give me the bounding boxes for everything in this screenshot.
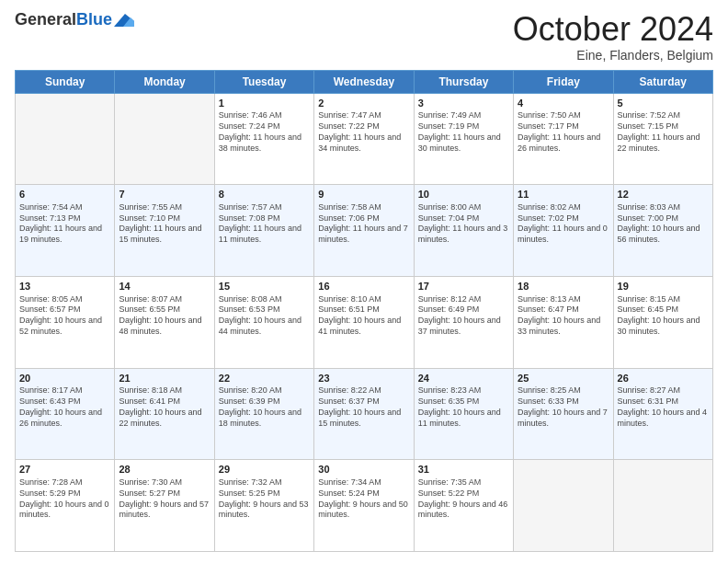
calendar-cell: 4Sunrise: 7:50 AM Sunset: 7:17 PM Daylig…: [514, 93, 613, 185]
logo-icon: [114, 14, 134, 29]
day-info: Sunrise: 8:18 AM Sunset: 6:41 PM Dayligh…: [119, 385, 210, 429]
calendar-cell: 22Sunrise: 8:20 AM Sunset: 6:39 PM Dayli…: [214, 368, 313, 460]
title-area: October 2024 Eine, Flanders, Belgium: [513, 11, 713, 63]
day-info: Sunrise: 7:32 AM Sunset: 5:25 PM Dayligh…: [219, 477, 310, 521]
day-info: Sunrise: 8:27 AM Sunset: 6:31 PM Dayligh…: [618, 385, 709, 429]
logo-blue-text: Blue: [76, 10, 112, 29]
location: Eine, Flanders, Belgium: [513, 48, 713, 63]
day-info: Sunrise: 8:05 AM Sunset: 6:57 PM Dayligh…: [19, 294, 110, 338]
logo: GeneralBlue: [15, 11, 134, 29]
day-info: Sunrise: 7:55 AM Sunset: 7:10 PM Dayligh…: [119, 202, 210, 246]
day-number: 18: [518, 280, 609, 293]
weekday-header-tuesday: Tuesday: [214, 70, 313, 93]
weekday-header-saturday: Saturday: [613, 70, 712, 93]
calendar-cell: 8Sunrise: 7:57 AM Sunset: 7:08 PM Daylig…: [214, 185, 313, 277]
calendar-cell: 13Sunrise: 8:05 AM Sunset: 6:57 PM Dayli…: [16, 276, 115, 368]
day-info: Sunrise: 7:50 AM Sunset: 7:17 PM Dayligh…: [518, 110, 609, 154]
day-info: Sunrise: 8:00 AM Sunset: 7:04 PM Dayligh…: [418, 202, 509, 246]
day-number: 12: [618, 188, 709, 201]
day-info: Sunrise: 8:12 AM Sunset: 6:49 PM Dayligh…: [418, 294, 509, 338]
day-info: Sunrise: 8:23 AM Sunset: 6:35 PM Dayligh…: [418, 385, 509, 429]
day-number: 26: [618, 372, 709, 385]
calendar-cell: 20Sunrise: 8:17 AM Sunset: 6:43 PM Dayli…: [16, 368, 115, 460]
calendar-cell: [16, 93, 115, 185]
day-number: 16: [318, 280, 409, 293]
calendar-cell: 28Sunrise: 7:30 AM Sunset: 5:27 PM Dayli…: [115, 460, 214, 552]
calendar-cell: 12Sunrise: 8:03 AM Sunset: 7:00 PM Dayli…: [613, 185, 712, 277]
day-number: 23: [318, 372, 409, 385]
weekday-header-row: SundayMondayTuesdayWednesdayThursdayFrid…: [16, 70, 713, 93]
day-number: 30: [318, 463, 409, 477]
day-info: Sunrise: 7:46 AM Sunset: 7:24 PM Dayligh…: [219, 110, 310, 154]
day-number: 13: [19, 280, 110, 293]
day-number: 4: [518, 97, 609, 110]
day-number: 22: [219, 372, 310, 385]
day-number: 21: [119, 372, 210, 385]
calendar-cell: 19Sunrise: 8:15 AM Sunset: 6:45 PM Dayli…: [613, 276, 712, 368]
calendar-cell: 1Sunrise: 7:46 AM Sunset: 7:24 PM Daylig…: [214, 93, 313, 185]
day-number: 15: [219, 280, 310, 293]
day-number: 7: [119, 188, 210, 201]
day-number: 6: [19, 188, 110, 201]
day-number: 1: [219, 97, 310, 110]
weekday-header-friday: Friday: [514, 70, 613, 93]
day-info: Sunrise: 7:47 AM Sunset: 7:22 PM Dayligh…: [318, 110, 409, 154]
month-title: October 2024: [513, 11, 713, 48]
calendar-cell: 30Sunrise: 7:34 AM Sunset: 5:24 PM Dayli…: [314, 460, 414, 552]
calendar-cell: 31Sunrise: 7:35 AM Sunset: 5:22 PM Dayli…: [414, 460, 513, 552]
calendar-cell: 24Sunrise: 8:23 AM Sunset: 6:35 PM Dayli…: [414, 368, 513, 460]
day-info: Sunrise: 8:15 AM Sunset: 6:45 PM Dayligh…: [618, 294, 709, 338]
day-number: 20: [19, 372, 110, 385]
day-info: Sunrise: 8:13 AM Sunset: 6:47 PM Dayligh…: [518, 294, 609, 338]
day-info: Sunrise: 8:08 AM Sunset: 6:53 PM Dayligh…: [219, 294, 310, 338]
calendar-cell: 5Sunrise: 7:52 AM Sunset: 7:15 PM Daylig…: [613, 93, 712, 185]
day-number: 2: [318, 97, 409, 110]
day-number: 24: [418, 372, 509, 385]
day-info: Sunrise: 7:52 AM Sunset: 7:15 PM Dayligh…: [618, 110, 709, 154]
day-number: 19: [618, 280, 709, 293]
day-number: 28: [119, 463, 210, 477]
day-number: 9: [318, 188, 409, 201]
calendar-cell: 9Sunrise: 7:58 AM Sunset: 7:06 PM Daylig…: [314, 185, 414, 277]
calendar-cell: 2Sunrise: 7:47 AM Sunset: 7:22 PM Daylig…: [314, 93, 414, 185]
day-info: Sunrise: 7:34 AM Sunset: 5:24 PM Dayligh…: [318, 477, 409, 521]
weekday-header-sunday: Sunday: [16, 70, 115, 93]
calendar-cell: 7Sunrise: 7:55 AM Sunset: 7:10 PM Daylig…: [115, 185, 214, 277]
week-row-4: 20Sunrise: 8:17 AM Sunset: 6:43 PM Dayli…: [16, 368, 713, 460]
day-info: Sunrise: 7:28 AM Sunset: 5:29 PM Dayligh…: [19, 477, 110, 521]
day-info: Sunrise: 7:35 AM Sunset: 5:22 PM Dayligh…: [418, 477, 509, 521]
day-info: Sunrise: 7:30 AM Sunset: 5:27 PM Dayligh…: [119, 477, 210, 521]
week-row-3: 13Sunrise: 8:05 AM Sunset: 6:57 PM Dayli…: [16, 276, 713, 368]
calendar-cell: 23Sunrise: 8:22 AM Sunset: 6:37 PM Dayli…: [314, 368, 414, 460]
day-info: Sunrise: 8:02 AM Sunset: 7:02 PM Dayligh…: [518, 202, 609, 246]
calendar-cell: 11Sunrise: 8:02 AM Sunset: 7:02 PM Dayli…: [514, 185, 613, 277]
calendar-cell: 21Sunrise: 8:18 AM Sunset: 6:41 PM Dayli…: [115, 368, 214, 460]
day-number: 8: [219, 188, 310, 201]
day-info: Sunrise: 8:03 AM Sunset: 7:00 PM Dayligh…: [618, 202, 709, 246]
calendar-cell: 18Sunrise: 8:13 AM Sunset: 6:47 PM Dayli…: [514, 276, 613, 368]
calendar-table: SundayMondayTuesdayWednesdayThursdayFrid…: [15, 70, 713, 552]
day-info: Sunrise: 7:54 AM Sunset: 7:13 PM Dayligh…: [19, 202, 110, 246]
calendar-cell: 6Sunrise: 7:54 AM Sunset: 7:13 PM Daylig…: [16, 185, 115, 277]
day-info: Sunrise: 8:07 AM Sunset: 6:55 PM Dayligh…: [119, 294, 210, 338]
calendar-cell: 26Sunrise: 8:27 AM Sunset: 6:31 PM Dayli…: [613, 368, 712, 460]
weekday-header-wednesday: Wednesday: [314, 70, 414, 93]
day-number: 25: [518, 372, 609, 385]
calendar-cell: 25Sunrise: 8:25 AM Sunset: 6:33 PM Dayli…: [514, 368, 613, 460]
day-info: Sunrise: 7:49 AM Sunset: 7:19 PM Dayligh…: [418, 110, 509, 154]
day-number: 3: [418, 97, 509, 110]
calendar-cell: 27Sunrise: 7:28 AM Sunset: 5:29 PM Dayli…: [16, 460, 115, 552]
calendar-cell: 16Sunrise: 8:10 AM Sunset: 6:51 PM Dayli…: [314, 276, 414, 368]
day-info: Sunrise: 8:25 AM Sunset: 6:33 PM Dayligh…: [518, 385, 609, 429]
day-info: Sunrise: 8:22 AM Sunset: 6:37 PM Dayligh…: [318, 385, 409, 429]
day-info: Sunrise: 8:17 AM Sunset: 6:43 PM Dayligh…: [19, 385, 110, 429]
day-number: 27: [19, 463, 110, 477]
header: GeneralBlue October 2024 Eine, Flanders,…: [15, 11, 713, 63]
week-row-1: 1Sunrise: 7:46 AM Sunset: 7:24 PM Daylig…: [16, 93, 713, 185]
day-info: Sunrise: 8:10 AM Sunset: 6:51 PM Dayligh…: [318, 294, 409, 338]
page: GeneralBlue October 2024 Eine, Flanders,…: [0, 0, 728, 563]
calendar-cell: 17Sunrise: 8:12 AM Sunset: 6:49 PM Dayli…: [414, 276, 513, 368]
logo-general-text: General: [15, 10, 76, 29]
day-info: Sunrise: 7:57 AM Sunset: 7:08 PM Dayligh…: [219, 202, 310, 246]
calendar-cell: 15Sunrise: 8:08 AM Sunset: 6:53 PM Dayli…: [214, 276, 313, 368]
